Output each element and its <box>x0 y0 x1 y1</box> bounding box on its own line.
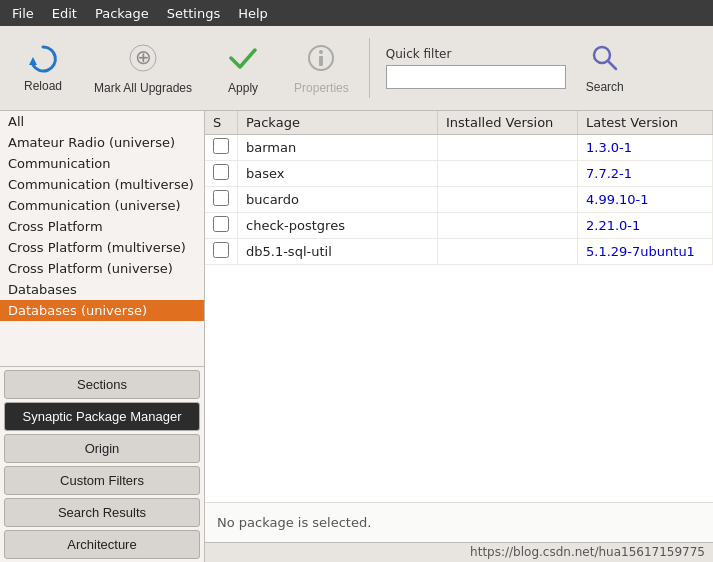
row-package-name: basex <box>238 161 438 187</box>
row-checkbox[interactable] <box>213 216 229 232</box>
svg-marker-0 <box>29 57 37 65</box>
no-selection-label: No package is selected. <box>217 515 371 530</box>
reload-icon <box>27 43 59 75</box>
row-package-name: bucardo <box>238 187 438 213</box>
toolbar: Reload ⊕ Mark All Upgrades Apply <box>0 26 713 111</box>
menu-edit[interactable]: Edit <box>44 4 85 23</box>
col-header-latest: Latest Version <box>578 111 713 135</box>
row-checkbox[interactable] <box>213 242 229 258</box>
row-package-name: check-postgres <box>238 213 438 239</box>
row-checkbox-cell[interactable] <box>205 135 238 161</box>
right-panel: S Package Installed Version Latest Versi… <box>205 111 713 562</box>
row-checkbox[interactable] <box>213 190 229 206</box>
menu-settings[interactable]: Settings <box>159 4 228 23</box>
row-latest-version: 1.3.0-1 <box>578 135 713 161</box>
row-latest-version: 2.21.0-1 <box>578 213 713 239</box>
origin-btn[interactable]: Origin <box>4 434 200 463</box>
quick-filter-area: Quick filter <box>386 47 566 89</box>
row-installed-version <box>438 161 578 187</box>
apply-button[interactable]: Apply <box>208 38 278 99</box>
main-area: All Amateur Radio (universe) Communicati… <box>0 111 713 562</box>
row-checkbox[interactable] <box>213 164 229 180</box>
row-installed-version <box>438 239 578 265</box>
row-checkbox-cell[interactable] <box>205 239 238 265</box>
status-bar: https://blog.csdn.net/hua15617159775 <box>205 542 713 562</box>
table-row[interactable]: check-postgres 2.21.0-1 <box>205 213 713 239</box>
svg-rect-5 <box>319 56 323 66</box>
category-communication[interactable]: Communication <box>0 153 204 174</box>
row-package-name: db5.1-sql-util <box>238 239 438 265</box>
table-row[interactable]: db5.1-sql-util 5.1.29-7ubuntu1 <box>205 239 713 265</box>
quick-filter-label: Quick filter <box>386 47 566 61</box>
search-results-btn[interactable]: Search Results <box>4 498 200 527</box>
row-checkbox-cell[interactable] <box>205 187 238 213</box>
custom-filters-btn[interactable]: Custom Filters <box>4 466 200 495</box>
apply-label: Apply <box>228 81 258 95</box>
table-row[interactable]: barman 1.3.0-1 <box>205 135 713 161</box>
category-list: All Amateur Radio (universe) Communicati… <box>0 111 204 366</box>
svg-text:⊕: ⊕ <box>135 46 152 68</box>
svg-line-7 <box>608 61 616 69</box>
category-all[interactable]: All <box>0 111 204 132</box>
search-icon <box>590 43 620 76</box>
col-header-package: Package <box>238 111 438 135</box>
reload-label: Reload <box>24 79 62 93</box>
row-installed-version <box>438 135 578 161</box>
category-cross-platform-universe[interactable]: Cross Platform (universe) <box>0 258 204 279</box>
svg-point-4 <box>319 50 323 54</box>
category-communication-multiverse[interactable]: Communication (multiverse) <box>0 174 204 195</box>
col-header-installed: Installed Version <box>438 111 578 135</box>
mark-all-upgrades-button[interactable]: ⊕ Mark All Upgrades <box>82 38 204 99</box>
menu-file[interactable]: File <box>4 4 42 23</box>
no-selection-text: No package is selected. <box>205 502 713 542</box>
category-cross-platform[interactable]: Cross Platform <box>0 216 204 237</box>
quick-filter-input[interactable] <box>386 65 566 89</box>
category-cross-platform-multiverse[interactable]: Cross Platform (multiverse) <box>0 237 204 258</box>
left-panel: All Amateur Radio (universe) Communicati… <box>0 111 205 562</box>
col-header-status: S <box>205 111 238 135</box>
sections-btn[interactable]: Sections <box>4 370 200 399</box>
properties-button[interactable]: Properties <box>282 38 361 99</box>
menu-help[interactable]: Help <box>230 4 276 23</box>
toolbar-separator <box>369 38 370 98</box>
synaptic-btn[interactable]: Synaptic Package Manager <box>4 402 200 431</box>
category-databases-universe[interactable]: Databases (universe) <box>0 300 204 321</box>
architecture-btn[interactable]: Architecture <box>4 530 200 559</box>
row-checkbox[interactable] <box>213 138 229 154</box>
menu-package[interactable]: Package <box>87 4 157 23</box>
category-communication-universe[interactable]: Communication (universe) <box>0 195 204 216</box>
category-databases[interactable]: Databases <box>0 279 204 300</box>
row-checkbox-cell[interactable] <box>205 161 238 187</box>
table-row[interactable]: bucardo 4.99.10-1 <box>205 187 713 213</box>
properties-icon <box>305 42 337 77</box>
row-latest-version: 4.99.10-1 <box>578 187 713 213</box>
row-installed-version <box>438 187 578 213</box>
row-installed-version <box>438 213 578 239</box>
row-latest-version: 5.1.29-7ubuntu1 <box>578 239 713 265</box>
mark-all-icon: ⊕ <box>127 42 159 77</box>
properties-label: Properties <box>294 81 349 95</box>
row-package-name: barman <box>238 135 438 161</box>
status-url: https://blog.csdn.net/hua15617159775 <box>470 545 705 559</box>
bottom-sections: Sections Synaptic Package Manager Origin… <box>0 366 204 562</box>
apply-icon <box>227 42 259 77</box>
package-table: S Package Installed Version Latest Versi… <box>205 111 713 265</box>
package-list-container[interactable]: S Package Installed Version Latest Versi… <box>205 111 713 502</box>
search-label: Search <box>586 80 624 94</box>
reload-button[interactable]: Reload <box>8 39 78 97</box>
row-latest-version: 7.7.2-1 <box>578 161 713 187</box>
category-amateur-radio[interactable]: Amateur Radio (universe) <box>0 132 204 153</box>
search-button[interactable]: Search <box>574 39 636 98</box>
mark-all-label: Mark All Upgrades <box>94 81 192 95</box>
table-row[interactable]: basex 7.7.2-1 <box>205 161 713 187</box>
menubar: File Edit Package Settings Help <box>0 0 713 26</box>
row-checkbox-cell[interactable] <box>205 213 238 239</box>
